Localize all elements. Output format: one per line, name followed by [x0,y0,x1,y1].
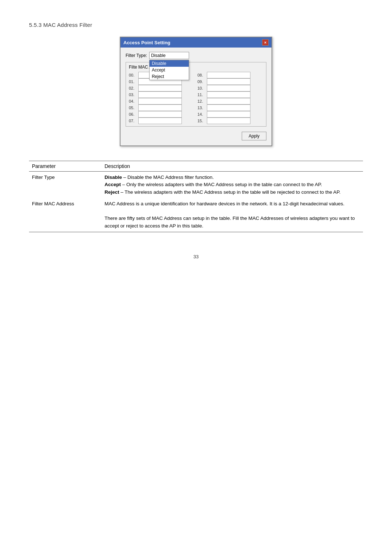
mac-label-06: 06. [129,112,137,116]
mac-label-01: 01. [129,79,137,84]
mac-label-09: 09. [197,79,205,84]
filter-type-dropdown[interactable]: Disable Accept Reject [149,60,189,80]
mac-label-12: 12. [197,99,205,103]
mac-row-09: 09. [197,78,262,85]
desc-filter-mac: MAC Address is a unique identification f… [102,198,363,232]
apply-button[interactable]: Apply [242,132,266,140]
mac-input-12[interactable] [207,98,250,104]
mac-input-13[interactable] [207,104,250,111]
mac-row-14: 14. [197,111,262,118]
mac-row-06: 06. [129,111,194,118]
filter-type-label: Filter Type: [126,53,147,58]
mac-label-08: 08. [197,73,205,77]
mac-row-15: 15. [197,118,262,124]
table-row-filter-mac: Filter MAC Address MAC Address is a uniq… [29,198,363,232]
dialog-body: Filter Type: Disable Accept Reject Disab… [121,48,271,145]
mac-row-03: 03. [129,91,194,98]
dropdown-item-accept[interactable]: Accept [150,67,189,73]
mac-input-11[interactable] [207,91,250,98]
mac-label-00: 00. [129,73,137,77]
mac-input-04[interactable] [138,98,182,104]
desc-mac-line1: MAC Address is a unique identification f… [105,201,344,206]
access-point-dialog: Access Point Setting × Filter Type: Disa… [120,37,272,146]
dialog-titlebar: Access Point Setting × [121,37,271,48]
mac-input-05[interactable] [138,104,182,111]
mac-row-13: 13. [197,104,262,111]
col-parameter-header: Parameter [29,161,102,172]
mac-row-04: 04. [129,98,194,104]
desc-accept-bold: Accept [105,182,121,187]
mac-input-08[interactable] [207,72,250,78]
page-number: 33 [29,254,363,259]
mac-input-14[interactable] [207,111,250,118]
mac-row-11: 11. [197,91,262,98]
mac-input-02[interactable] [138,85,182,91]
mac-label-07: 07. [129,119,137,123]
mac-row-12: 12. [197,98,262,104]
mac-input-09[interactable] [207,78,250,85]
filter-type-row: Filter Type: Disable Accept Reject Disab… [126,52,266,59]
col-description-header: Description [102,161,363,172]
desc-accept-text: – Only the wireless adapters with the MA… [122,182,322,187]
mac-input-03[interactable] [138,91,182,98]
parameter-table: Parameter Description Filter Type Disabl… [29,161,363,232]
desc-mac-line2: There are fifty sets of MAC Address can … [105,216,355,228]
mac-row-05: 05. [129,104,194,111]
dropdown-item-disable[interactable]: Disable [150,60,189,67]
mac-label-10: 10. [197,86,205,90]
param-filter-type: Filter Type [29,172,102,198]
mac-row-07: 07. [129,118,194,124]
mac-input-15[interactable] [207,118,250,124]
param-filter-mac: Filter MAC Address [29,198,102,232]
mac-label-05: 05. [129,106,137,110]
dialog-wrapper: Access Point Setting × Filter Type: Disa… [29,37,363,146]
desc-filter-type: Disable – Disable the MAC Address filter… [102,172,363,198]
mac-label-13: 13. [197,106,205,110]
close-button[interactable]: × [262,39,269,46]
filter-type-select[interactable]: Disable Accept Reject [149,52,189,59]
desc-disable-text: – Disable the MAC Address filter functio… [123,175,214,180]
dialog-title: Access Point Setting [123,40,170,45]
mac-input-10[interactable] [207,85,250,91]
mac-input-06[interactable] [138,111,182,118]
mac-label-11: 11. [197,93,205,97]
dialog-footer: Apply [126,130,266,140]
desc-disable-bold: Disable [105,175,122,180]
mac-label-03: 03. [129,93,137,97]
desc-reject-bold: Reject [105,189,119,195]
mac-label-15: 15. [197,119,205,123]
filter-mac-section: Filte MAC A 00. 01. 02. [126,62,266,127]
mac-right-column: 08. 09. 10. 11. [197,72,262,124]
mac-label-14: 14. [197,112,205,116]
mac-label-02: 02. [129,86,137,90]
mac-row-08: 08. [197,72,262,78]
table-row-filter-type: Filter Type Disable – Disable the MAC Ad… [29,172,363,198]
mac-row-10: 10. [197,85,262,91]
dropdown-item-reject[interactable]: Reject [150,73,189,80]
filter-type-select-wrapper: Disable Accept Reject Disable Accept Rej… [149,52,189,59]
mac-label-04: 04. [129,99,137,103]
mac-row-02: 02. [129,85,194,91]
desc-reject-text: – The wireless adapters with the MAC Add… [121,189,340,195]
mac-input-07[interactable] [138,118,182,124]
section-heading: 5.5.3 MAC Address Filter [29,22,363,28]
